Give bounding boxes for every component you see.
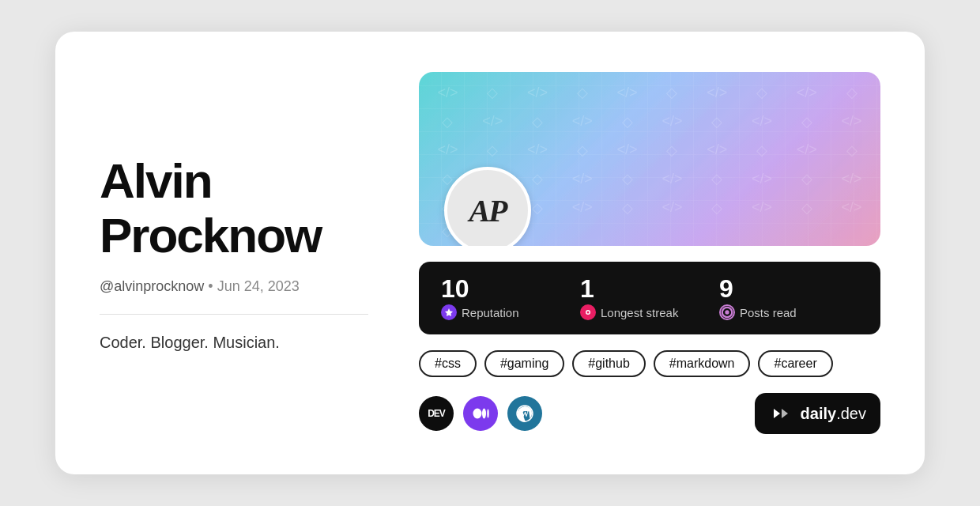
streak-value: 1 xyxy=(580,276,719,301)
stats-bar: 10 Reputation 1 xyxy=(419,262,880,334)
banner-icon: ◇ xyxy=(577,142,588,159)
reputation-label-row: Reputation xyxy=(441,304,580,320)
daily-text: daily xyxy=(801,405,837,422)
banner-icon: </> xyxy=(527,142,548,158)
banner-icon: ◇ xyxy=(532,199,543,217)
banner-icon: ◇ xyxy=(487,142,498,159)
dev-text: .dev xyxy=(836,405,866,422)
banner-icon: ◇ xyxy=(666,142,677,159)
banner-icon: </> xyxy=(752,113,772,130)
banner-icon: ◇ xyxy=(622,170,633,187)
banner-icon: </> xyxy=(437,85,458,101)
social-wordpress[interactable]: W xyxy=(507,396,542,431)
posts-label-row: Posts read xyxy=(719,304,858,320)
banner-icon: ◇ xyxy=(846,84,858,101)
banner-icon: </> xyxy=(482,113,503,130)
profile-left: Alvin Procknow @alvinprocknow • Jun 24, … xyxy=(100,154,368,351)
tag-github[interactable]: #github xyxy=(572,350,646,377)
banner-icon: ◇ xyxy=(487,84,498,101)
avatar-initials: AP xyxy=(469,192,506,229)
bottom-row: DEV W xyxy=(419,393,880,434)
avatar: AP xyxy=(444,167,531,246)
social-medium[interactable] xyxy=(463,396,498,431)
banner-icon: </> xyxy=(617,142,638,158)
svg-point-8 xyxy=(487,410,488,418)
daily-dev-icon xyxy=(769,401,794,426)
banner-icon: </> xyxy=(842,199,862,216)
banner-icon: ◇ xyxy=(711,113,722,130)
profile-card: Alvin Procknow @alvinprocknow • Jun 24, … xyxy=(55,32,925,474)
social-dev[interactable]: DEV xyxy=(419,396,454,431)
banner-icon: ◇ xyxy=(622,113,633,130)
banner-icon: </> xyxy=(662,171,682,187)
banner-icon: </> xyxy=(842,113,862,130)
stat-posts: 9 Posts read xyxy=(719,276,858,320)
svg-marker-0 xyxy=(445,308,453,316)
banner-icon: ◇ xyxy=(801,199,812,217)
banner-icon: </> xyxy=(662,113,682,130)
reputation-label: Reputation xyxy=(462,306,519,319)
tag-gaming[interactable]: #gaming xyxy=(484,350,564,377)
tags-row: #css #gaming #github #markdown #career xyxy=(419,350,880,377)
profile-banner: </> ◇ </> ◇ </> ◇ </> ◇ </> ◇ ◇ </> ◇ </… xyxy=(419,72,880,246)
tag-career[interactable]: #career xyxy=(758,350,832,377)
banner-icon: </> xyxy=(707,142,727,158)
svg-point-5 xyxy=(725,310,729,314)
banner-icon: ◇ xyxy=(846,142,858,159)
profile-right: </> ◇ </> ◇ </> ◇ </> ◇ </> ◇ ◇ </> ◇ </… xyxy=(419,72,880,434)
reputation-icon xyxy=(441,304,457,320)
posts-label: Posts read xyxy=(740,306,797,319)
banner-icon: </> xyxy=(707,85,727,101)
banner-icon: ◇ xyxy=(532,170,543,187)
banner-icon: </> xyxy=(662,199,682,216)
tag-css[interactable]: #css xyxy=(419,350,477,377)
posts-value: 9 xyxy=(719,276,858,301)
stat-streak: 1 Longest streak xyxy=(580,276,719,320)
user-name: Alvin Procknow xyxy=(100,154,368,262)
banner-icon: ◇ xyxy=(442,113,453,130)
social-icons: DEV W xyxy=(419,396,542,431)
banner-icon: </> xyxy=(572,113,593,130)
banner-icon: </> xyxy=(572,171,593,187)
tag-markdown[interactable]: #markdown xyxy=(654,350,751,377)
banner-icon: </> xyxy=(797,142,817,158)
streak-label: Longest streak xyxy=(601,306,678,319)
banner-icon: ◇ xyxy=(756,142,767,159)
posts-icon xyxy=(719,304,735,320)
banner-icon: </> xyxy=(752,199,772,216)
svg-point-6 xyxy=(473,409,482,419)
banner-icon: ◇ xyxy=(801,113,812,130)
banner-icon: ◇ xyxy=(532,113,543,130)
svg-point-3 xyxy=(587,312,590,314)
streak-icon xyxy=(580,304,596,320)
banner-icon: ◇ xyxy=(711,170,722,187)
daily-dev-logo: daily.dev xyxy=(755,393,880,434)
banner-icon: </> xyxy=(437,142,458,158)
banner-icon: </> xyxy=(572,199,593,216)
banner-icon: ◇ xyxy=(756,84,767,101)
banner-icon: ◇ xyxy=(666,84,677,101)
banner-icon: </> xyxy=(527,85,548,101)
banner-icon: ◇ xyxy=(622,199,633,217)
svg-text:W: W xyxy=(521,410,529,418)
banner-icon: </> xyxy=(797,85,817,101)
streak-label-row: Longest streak xyxy=(580,304,719,320)
banner-icon: </> xyxy=(617,85,638,101)
user-bio: Coder. Blogger. Musician. xyxy=(100,334,368,352)
banner-icon: ◇ xyxy=(711,199,722,217)
user-join-date: Jun 24, 2023 xyxy=(217,278,300,294)
divider xyxy=(100,314,368,315)
stat-reputation: 10 Reputation xyxy=(441,276,580,320)
user-meta: @alvinprocknow • Jun 24, 2023 xyxy=(100,278,368,295)
banner-icon: ◇ xyxy=(801,170,812,187)
banner-icon: </> xyxy=(842,171,862,187)
reputation-value: 10 xyxy=(441,276,580,301)
svg-point-7 xyxy=(482,409,486,419)
user-handle: @alvinprocknow xyxy=(100,278,204,294)
banner-icon: </> xyxy=(752,171,772,187)
banner-icon: ◇ xyxy=(577,84,588,101)
